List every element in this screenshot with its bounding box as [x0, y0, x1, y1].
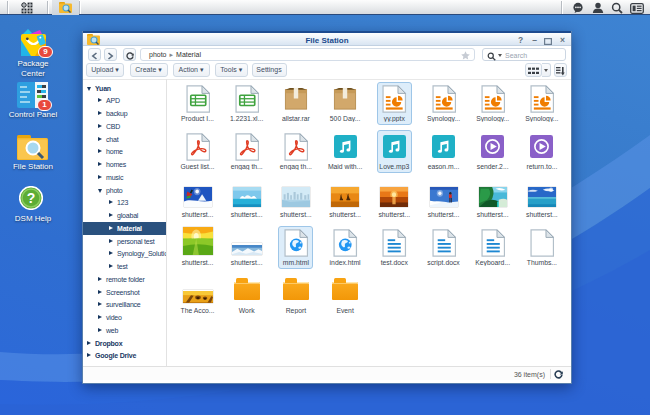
- svg-text:?: ?: [27, 190, 36, 206]
